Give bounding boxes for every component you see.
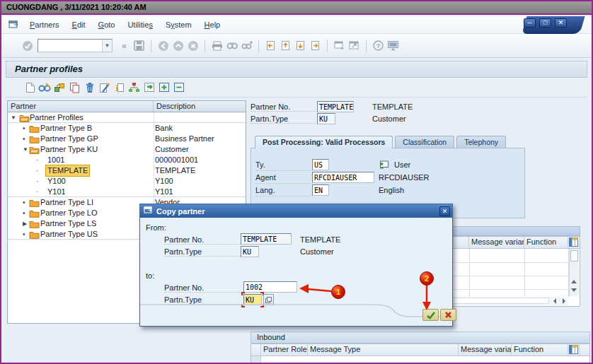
dialog-close-icon[interactable]: ✕ <box>439 206 450 216</box>
hierarchy-icon[interactable] <box>127 81 142 94</box>
bullet-icon: · <box>36 155 38 165</box>
tree-node-label: Partner Type US <box>39 229 99 240</box>
from-partn-type-label: Partn.Type <box>164 247 241 257</box>
minimize-button[interactable]: ─ <box>524 18 536 28</box>
bullet-icon: • <box>23 229 25 240</box>
maximize-button[interactable]: □ <box>539 18 551 28</box>
menu-item-edit[interactable]: Edit <box>66 19 92 30</box>
tree-row-1001[interactable]: ·10010000001001 <box>8 155 246 165</box>
table-settings-icon[interactable] <box>569 345 578 356</box>
dialog-titlebar[interactable]: Copy partner ✕ <box>140 204 452 218</box>
from-partn-type-field[interactable]: KU <box>241 246 259 257</box>
close-button[interactable]: ✕ <box>555 18 567 28</box>
tree-row-y100[interactable]: ·Y100Y100 <box>8 176 246 187</box>
tree-node-description: Customer <box>155 144 189 155</box>
save-icon[interactable] <box>132 39 146 52</box>
prev-page-icon[interactable] <box>279 39 292 52</box>
partner-no-text: TEMPLATE <box>372 102 413 111</box>
back-icon[interactable] <box>156 39 170 52</box>
page-title: Partner profiles <box>15 64 83 74</box>
help-icon[interactable]: ? <box>372 39 385 52</box>
menu-item-system[interactable]: System <box>159 19 198 30</box>
standard-toolbar: ▼«? <box>1 34 592 58</box>
delete-icon[interactable] <box>82 81 97 94</box>
tree-row-partner-type-gp[interactable]: •Partner Type GPBusiness Partner <box>8 134 246 144</box>
bullet-icon: • <box>23 123 25 134</box>
to-partner-no-field[interactable]: 1002 <box>243 281 297 293</box>
tree-row-partner-type-ku[interactable]: ▼Partner Type KUCustomer <box>8 144 246 155</box>
partner-no-label: Partner No. <box>251 102 316 112</box>
dialog-title: Copy partner <box>156 207 439 216</box>
tab-classification[interactable]: Classification <box>395 136 454 148</box>
customize-icon[interactable] <box>386 39 400 52</box>
tree-node-label: Partner Type LI <box>39 197 95 208</box>
find-icon[interactable] <box>225 39 238 52</box>
menu-item-goto[interactable]: Goto <box>92 19 122 30</box>
expand-node-icon[interactable]: ▶ <box>23 218 27 229</box>
scroll-up-icon[interactable] <box>571 280 577 283</box>
copy-icon[interactable] <box>67 81 82 94</box>
tree-node-label: Y101 <box>46 187 67 197</box>
tree-row-partner-type-b[interactable]: •Partner Type BBank <box>8 123 246 134</box>
collapse-icon[interactable]: « <box>117 39 131 52</box>
confirm-button[interactable] <box>422 309 439 321</box>
window-titlebar: CUONGDANG , 3/11/2021 10:20:40 AM <box>1 1 592 15</box>
documentation-icon[interactable]: i <box>112 81 127 94</box>
tab-telephony[interactable]: Telephony <box>456 136 506 148</box>
tab-strip: Post Processing: Valid ProcessorsClassif… <box>255 136 508 148</box>
scroll-thumb[interactable] <box>570 250 578 262</box>
tree-row-template[interactable]: ·TEMPLATETEMPLATE <box>8 165 246 176</box>
field-label-lang: Lang. <box>255 185 311 196</box>
from-partn-type-text: Customer <box>300 247 334 256</box>
up-icon[interactable] <box>171 39 185 52</box>
row-selector[interactable] <box>251 356 261 364</box>
scroll-down-icon[interactable] <box>571 288 577 292</box>
partn-type-field[interactable]: KU <box>317 113 335 124</box>
field-lang[interactable]: EN <box>312 184 329 196</box>
menu-item-help[interactable]: Help <box>198 19 227 30</box>
next-page-icon[interactable] <box>294 39 307 52</box>
new-session-icon[interactable] <box>333 39 346 52</box>
partner-no-field[interactable]: TEMPLATE <box>317 101 354 112</box>
find-next-icon[interactable] <box>240 39 253 52</box>
chevron-down-icon[interactable]: ▼ <box>102 40 112 52</box>
enter-icon[interactable] <box>21 39 34 52</box>
cancel-button[interactable] <box>440 309 456 321</box>
first-page-icon[interactable] <box>264 39 277 52</box>
last-page-icon[interactable] <box>309 39 322 52</box>
position-icon[interactable] <box>142 81 156 94</box>
tree-row-partner-profiles[interactable]: ▼Partner Profiles <box>8 112 246 123</box>
scroll-left-icon[interactable] <box>553 298 556 304</box>
field-ty[interactable]: US <box>312 159 329 170</box>
collapse-node-icon[interactable]: ▼ <box>11 112 16 123</box>
collapse-node-icon[interactable]: ▼ <box>23 144 28 155</box>
tab-post-processing-valid-processors[interactable]: Post Processing: Valid Processors <box>255 136 393 148</box>
column-header: Function <box>524 237 568 248</box>
tree-node-label: TEMPLATE <box>46 165 89 176</box>
display-change-icon[interactable] <box>38 81 52 94</box>
page-title-bar: Partner profiles <box>6 61 587 78</box>
check-icon[interactable] <box>97 81 112 94</box>
collapse-all-icon[interactable] <box>171 81 186 94</box>
column-header: Function <box>512 344 568 356</box>
expand-all-icon[interactable] <box>156 81 171 94</box>
print-icon[interactable] <box>210 39 224 52</box>
bullet-icon: • <box>23 208 25 218</box>
exit-icon[interactable] <box>186 39 200 52</box>
create-icon[interactable] <box>23 81 38 94</box>
copy-with-template-icon[interactable] <box>52 81 67 94</box>
from-partner-no-field[interactable]: TEMPLATE <box>241 233 292 245</box>
outbound-vscrollbar[interactable] <box>569 249 579 296</box>
menu-bar: PartnersEditGotoUtilitiesSystemHelp <box>1 16 592 34</box>
tree-node-description: Y101 <box>155 187 173 197</box>
menu-item-utilities[interactable]: Utilities <box>121 19 159 30</box>
field-agent[interactable]: RFCDIAUSER <box>312 172 374 183</box>
from-partner-no-text: TEMPLATE <box>300 235 340 244</box>
menu-item-partners[interactable]: Partners <box>23 19 66 30</box>
table-settings-icon[interactable] <box>569 237 578 248</box>
shortcut-icon[interactable] <box>347 39 361 52</box>
tree-row-y101[interactable]: ·Y101Y101 <box>8 187 246 197</box>
tree-node-description: Bank <box>155 123 173 134</box>
scroll-right-icon[interactable] <box>563 298 565 304</box>
command-field[interactable]: ▼ <box>38 39 113 52</box>
